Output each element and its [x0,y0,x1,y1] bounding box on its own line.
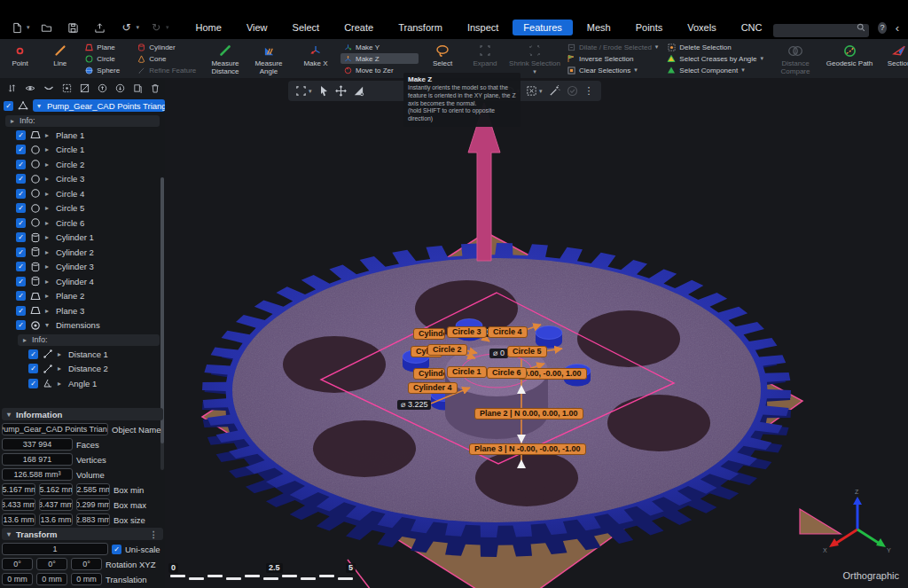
move-up-icon[interactable] [98,83,107,93]
rotation-x-input[interactable]: 0° [2,558,33,570]
expand-chevron-icon[interactable]: ▸ [45,263,51,270]
tree-item-plane-3[interactable]: ✓▸Plane 3 [0,303,165,318]
tab-inspect[interactable]: Inspect [457,20,509,35]
tree-info-row[interactable]: ▸Info: [5,115,160,127]
tab-create[interactable]: Create [333,20,384,35]
circle6-label[interactable]: Circle 6 [487,367,527,379]
search-box[interactable] [773,21,870,35]
circle4-label[interactable]: Circle 4 [488,326,528,338]
uniscale-checkbox[interactable]: ✓ [112,545,121,554]
box-transform-button[interactable] [353,85,364,97]
move-down-icon[interactable] [115,83,125,93]
sort-icon[interactable] [7,83,17,93]
item-checkbox[interactable]: ✓ [16,130,26,140]
tab-features[interactable]: Features [513,20,572,35]
delete-selection-button[interactable]: Delete Selection [664,42,766,52]
new-file-chevron-icon[interactable]: ▾ [27,24,30,31]
item-checkbox[interactable]: ✓ [16,218,26,228]
orientation-gizmo[interactable]: Z X Y [823,492,892,563]
cone-button[interactable]: Cone [134,53,200,64]
expand-chevron-icon[interactable]: ▸ [45,175,51,183]
item-checkbox[interactable]: ✓ [16,277,26,286]
cylinder-label-hidden[interactable]: Cylinder 3 [413,368,445,380]
duplicate-icon[interactable] [133,83,143,93]
expand-chevron-icon[interactable]: ▸ [45,278,51,286]
line-button[interactable]: Line [40,39,80,78]
expand-chevron-icon[interactable]: ▸ [45,204,51,212]
expand-chevron-icon[interactable]: ▸ [45,219,51,227]
item-checkbox[interactable]: ✓ [16,262,26,271]
cylinder-label-hidden[interactable]: Cylinder 2 [413,328,445,340]
plane-button[interactable]: Plane [82,42,130,52]
clear-selections-button[interactable]: Clear Selections▾ [564,65,661,75]
item-checkbox[interactable]: ✓ [4,101,13,111]
expand-chevron-icon[interactable]: ▾ [45,321,51,329]
tree-item-circle-6[interactable]: ✓▸Circle 6 [0,216,165,231]
tree-item-plane-2[interactable]: ✓▸Plane 2 [0,289,165,304]
make-x-button[interactable]: Make X [293,39,339,78]
circle3-label[interactable]: Circle 3 [447,326,487,338]
cursor-select-button[interactable] [318,85,329,97]
magic-wand-button[interactable] [549,85,560,97]
translation-z-input[interactable]: 0 mm [71,573,102,585]
translation-x-input[interactable]: 0 mm [2,573,33,585]
help-icon[interactable]: ? [878,22,886,34]
tree-item-distance-2[interactable]: ✓▸Distance 2 [0,362,165,377]
item-checkbox[interactable]: ✓ [28,349,38,359]
deselect-box-button[interactable]: ▾ [526,85,543,97]
tree-item-pump-gear-cad-points-triangula[interactable]: ✓▾Pump_Gear_CAD Points Triangula [0,98,165,114]
tab-points[interactable]: Points [625,20,674,35]
show-region-icon[interactable] [43,83,54,93]
projection-mode-label[interactable]: Orthographic [842,570,899,581]
translation-y-input[interactable]: 0 mm [36,573,67,585]
rotation-y-input[interactable]: 0° [36,558,67,570]
circle-button[interactable]: Circle [82,53,130,64]
tree-item-circle-3[interactable]: ✓▸Circle 3 [0,172,165,187]
tree-item-cylinder-1[interactable]: ✓▸Cylinder 1 [0,231,165,246]
transform-section-header[interactable]: ▾ Transform ⋮ [2,528,163,540]
tab-mesh[interactable]: Mesh [576,20,622,35]
expand-chevron-icon[interactable]: ▸ [45,145,51,153]
tab-cnc[interactable]: CNC [731,20,773,35]
select-component-button[interactable]: Select Component▾ [664,65,766,75]
delete-trash-icon[interactable] [151,83,160,93]
tree-item-circle-1[interactable]: ✓▸Circle 1 [0,143,165,158]
item-checkbox[interactable]: ✓ [16,247,26,257]
tab-voxels[interactable]: Voxels [677,20,726,35]
inverse-selection-button[interactable]: Inverse Selection [564,53,661,64]
visibility-eye-icon[interactable] [25,83,35,93]
scale-input[interactable]: 1 [2,543,108,555]
item-checkbox[interactable]: ✓ [16,232,26,242]
search-input[interactable] [773,24,870,37]
tab-select[interactable]: Select [282,20,331,35]
expand-chevron-icon[interactable]: ▸ [45,190,51,198]
save-icon[interactable] [64,20,83,35]
information-section-header[interactable]: ▾ Information [2,408,163,420]
geodesic-path-button[interactable]: Geodesic Path [821,39,878,78]
tree-item-dimensions[interactable]: ✓▾Dimensions [0,318,165,333]
item-checkbox[interactable]: ✓ [28,379,38,388]
tab-view[interactable]: View [236,20,278,35]
circle5-label[interactable]: Circle 5 [507,346,547,357]
expand-chevron-icon[interactable]: ▸ [45,233,51,241]
plane3-label[interactable]: Plane 3 | N -0.00, -0.00, -1.00 [469,443,586,455]
item-checkbox[interactable]: ✓ [16,160,26,169]
make-y-button[interactable]: Make Y [340,42,419,52]
new-file-icon[interactable] [7,20,27,35]
expand-chevron-icon[interactable]: ▸ [45,131,51,139]
tree-item-angle-1[interactable]: ✓▸Angle 1 [0,376,165,391]
item-checkbox[interactable]: ✓ [28,364,38,373]
3d-viewport[interactable]: ▾ ▾ ▾ ⋮ Cylinder 2 Circle 3 ⌀ 0 Circle 4… [165,78,908,588]
tree-item-distance-1[interactable]: ✓▸Distance 1 [0,347,165,362]
item-checkbox[interactable]: ✓ [16,203,26,213]
object-name-field[interactable]: Pump_Gear_CAD Points Triang [2,423,108,435]
item-checkbox[interactable]: ✓ [16,189,26,199]
plane2-label[interactable]: Plane 2 | N 0.00, 0.00, 1.00 [474,408,583,419]
expand-chevron-icon[interactable]: ▸ [45,248,51,256]
cylinder-button[interactable]: Cylinder [134,42,200,52]
expand-chevron-icon[interactable]: ▸ [58,350,64,358]
move-tool-button[interactable] [335,85,347,97]
undo-icon[interactable]: ↺ [117,20,137,35]
transform-menu-icon[interactable]: ⋮ [150,529,159,539]
export-icon[interactable] [90,20,110,35]
